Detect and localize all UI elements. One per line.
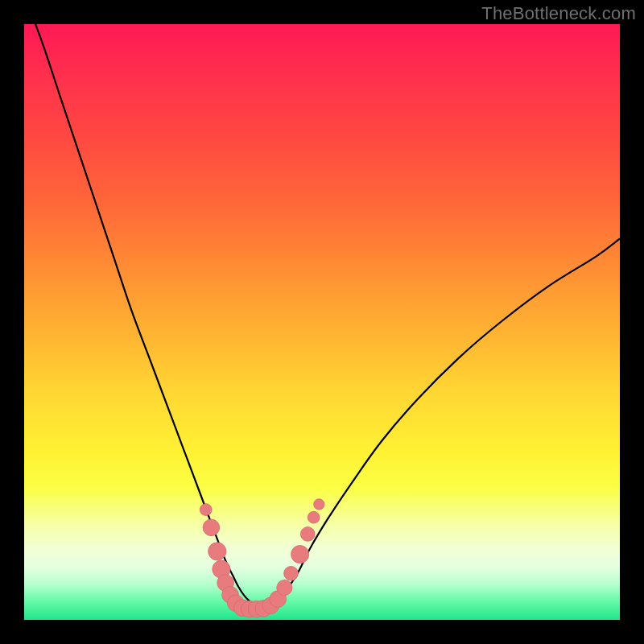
curve-marker [308,511,320,523]
curve-marker [291,546,309,564]
watermark-text: TheBottleneck.com [481,3,636,24]
curve-marker [314,499,324,510]
curve-marker [208,543,226,560]
curve-marker [203,519,220,536]
curve-marker [284,566,299,580]
curve-marker [300,527,315,542]
curve-markers [200,499,324,617]
curve-marker [277,580,292,595]
chart-frame: TheBottleneck.com [0,0,644,644]
curve-marker [200,504,212,516]
plot-area [24,24,620,620]
bottleneck-curve-path [24,24,620,608]
bottleneck-chart [24,24,620,620]
